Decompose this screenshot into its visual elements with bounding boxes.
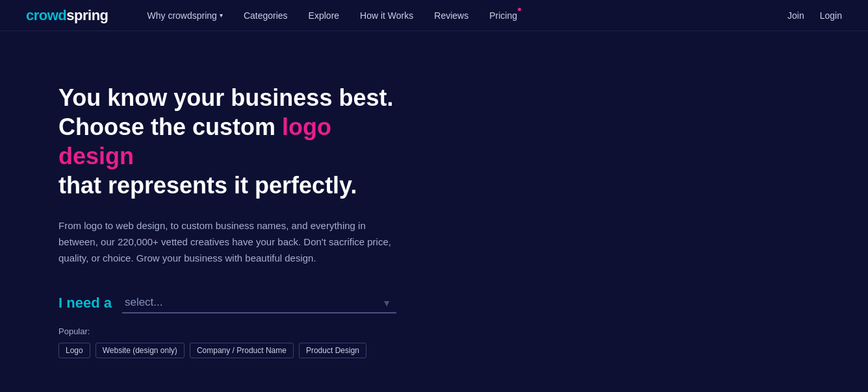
popular-section: Popular: Logo Website (design only) Comp…: [58, 326, 396, 358]
logo-crowd: crowd: [26, 7, 66, 23]
logo[interactable]: crowdspring: [26, 7, 108, 24]
hero-headline: You know your business best. Choose the …: [58, 83, 396, 200]
nav-item-reviews[interactable]: Reviews: [434, 10, 468, 21]
nav-item-explore[interactable]: Explore: [309, 10, 339, 21]
join-link[interactable]: Join: [787, 10, 804, 21]
popular-tag-company-product-name[interactable]: Company / Product Name: [190, 343, 294, 358]
login-link[interactable]: Login: [820, 10, 842, 21]
nav-item-pricing[interactable]: Pricing: [489, 10, 517, 21]
popular-tags: Logo Website (design only) Company / Pro…: [58, 343, 366, 358]
hero-subtext: From logo to web design, to custom busin…: [58, 218, 396, 266]
hero-section: You know your business best. Choose the …: [0, 31, 455, 392]
popular-tag-logo[interactable]: Logo: [58, 343, 90, 358]
need-label: I need a: [58, 295, 112, 312]
service-select-wrapper: select... Logo Website (design only) Com…: [122, 292, 396, 313]
nav-links: Why crowdspring ▾ Categories Explore How…: [147, 10, 788, 21]
popular-tag-product-design[interactable]: Product Design: [299, 343, 366, 358]
chevron-down-icon: ▾: [220, 12, 223, 19]
headline-line3: that represents it perfectly.: [58, 172, 357, 199]
headline-line2-prefix: Choose the custom: [58, 114, 282, 140]
navbar: crowdspring Why crowdspring ▾ Categories…: [0, 0, 868, 31]
nav-item-how-it-works[interactable]: How it Works: [360, 10, 413, 21]
nav-item-categories[interactable]: Categories: [244, 10, 288, 21]
nav-item-why-crowdspring[interactable]: Why crowdspring ▾: [147, 10, 223, 21]
headline-line1: You know your business best.: [58, 84, 393, 111]
logo-spring: spring: [66, 7, 108, 23]
service-select[interactable]: select... Logo Website (design only) Com…: [122, 292, 396, 313]
nav-right: Join Login: [787, 10, 842, 21]
need-section: I need a select... Logo Website (design …: [58, 292, 396, 313]
popular-label: Popular:: [58, 326, 90, 336]
popular-tag-website[interactable]: Website (design only): [96, 343, 185, 358]
